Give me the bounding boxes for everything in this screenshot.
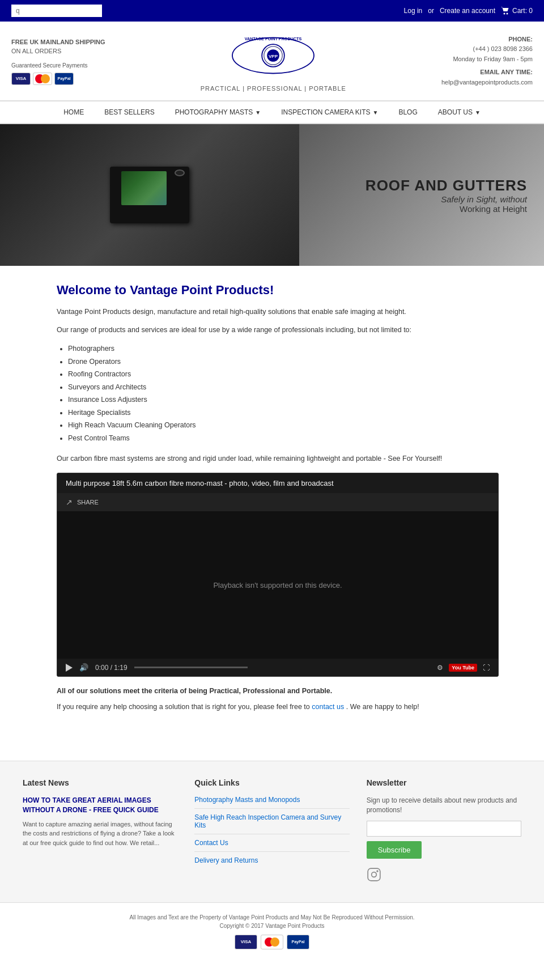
login-link[interactable]: Log in [404,7,423,15]
video-time: 0:00 / 1:19 [95,664,128,672]
footer-newsletter-section: Newsletter Sign up to receive details ab… [367,778,521,885]
list-item: High Reach Vacuum Cleaning Operators [68,419,499,432]
quick-link-delivery[interactable]: Delivery and Returns [194,856,349,869]
top-bar-right: Log in or Create an account Cart: 0 [404,7,533,15]
main-content: Welcome to Vantage Point Products! Vanta… [0,266,544,738]
subscribe-button[interactable]: Subscribe [367,841,422,859]
or-text: or [428,7,434,15]
visa-icon: VISA [11,73,31,85]
site-header: FREE UK MAINLAND SHIPPING ON ALL ORDERS … [0,22,544,101]
copyright-line1: All Images and Text are the Property of … [11,914,533,920]
create-account-link[interactable]: Create an account [440,7,495,15]
welcome-title: Welcome to Vantage Point Products! [57,283,499,298]
volume-icon[interactable]: 🔊 [79,663,88,672]
hero-camera-area [0,124,299,266]
video-controls-left: 🔊 0:00 / 1:19 [66,663,248,672]
phone-hours: Monday to Friday 9am - 5pm [441,54,533,65]
news-article-text: Want to capture amazing aerial images, w… [23,820,177,848]
hero-text: ROOF AND GUTTERS Safely in Sight, withou… [366,177,527,214]
site-logo: VPP VANTAGE POINT PRODUCTS [222,30,324,81]
video-title-bar: Multi purpose 18ft 5.6m carbon fibre mon… [57,473,498,493]
nav-inspection-camera-kits[interactable]: INSPECTION CAMERA KITS ▼ [271,101,388,123]
video-share-bar: ↗ SHARE [57,493,498,511]
guaranteed-payment-label: Guaranteed Secure Payments [11,61,105,69]
email-address: help@vantagepointproducts.com [441,78,533,88]
hero-subtitle2: Working at Height [366,204,527,214]
phone-label: PHONE: [508,36,533,43]
footer-mastercard-icon [261,935,283,949]
tagline: PRACTICAL | PROFESSIONAL | PORTABLE [105,85,441,92]
nav-home[interactable]: HOME [53,101,94,123]
copyright-line2: Copyright © 2017 Vantage Point Products [11,923,533,929]
svg-text:VPP: VPP [269,54,278,59]
search-input[interactable] [11,5,102,17]
footer-news-title: Latest News [23,778,177,787]
progress-bar[interactable] [134,667,248,668]
svg-point-10 [377,871,378,872]
video-playback-message: Playback isn't supported on this device. [213,581,342,589]
list-item: Insurance Loss Adjusters [68,393,499,406]
contact-text-after: . We are happy to help! [346,703,419,711]
nav-about-us[interactable]: ABOUT US ▼ [428,101,491,123]
share-label[interactable]: SHARE [77,499,99,506]
professionals-list: Photographers Drone Operators Roofing Co… [68,342,499,444]
footer-payment-icons: VISA PayPal [11,935,533,949]
play-button[interactable] [66,664,73,672]
video-main[interactable]: Playback isn't supported on this device. [57,511,498,659]
logo-area: VPP VANTAGE POINT PRODUCTS PRACTICAL | P… [105,30,441,92]
chevron-down-icon: ▼ [373,109,379,116]
quick-link-contact[interactable]: Contact Us [194,839,349,852]
carbon-text: Our carbon fibre mast systems are strong… [57,453,499,464]
share-icon: ↗ [66,498,73,507]
intro-paragraph-1: Vantage Point Products design, manufactu… [57,306,499,317]
mastercard-icon [33,73,52,85]
list-item: Surveyors and Architects [68,381,499,394]
list-item: Pest Control Teams [68,432,499,445]
footer-newsletter-title: Newsletter [367,778,521,787]
nav-best-sellers[interactable]: BEST SELLERS [94,101,165,123]
contact-us-link[interactable]: contact us [312,703,344,711]
search-form [11,5,102,17]
quick-link-inspection[interactable]: Safe High Reach Inspection Camera and Su… [194,813,349,834]
paypal-icon: PayPal [54,73,74,85]
svg-point-9 [371,872,376,877]
intro-paragraph-2: Our range of products and services are i… [57,324,499,336]
news-article-title[interactable]: HOW TO TAKE GREAT AERIAL IMAGES WITHOUT … [23,796,177,815]
nav-blog[interactable]: BLOG [388,101,427,123]
chevron-down-icon: ▼ [475,109,481,116]
hero-camera-screen [121,171,167,205]
shipping-line2: ON ALL ORDERS [11,48,61,54]
footer-news-section: Latest News HOW TO TAKE GREAT AERIAL IMA… [23,778,177,885]
settings-icon[interactable]: ⚙ [437,664,443,672]
shipping-line1: FREE UK MAINLAND SHIPPING [11,39,105,45]
header-left: FREE UK MAINLAND SHIPPING ON ALL ORDERS … [11,37,105,85]
hero-banner: ROOF AND GUTTERS Safely in Sight, withou… [0,124,544,266]
hero-subtitle: Safely in Sight, without [366,194,527,204]
youtube-badge: You Tube [449,664,477,672]
contact-text: If you require any help choosing a solut… [57,701,499,712]
list-item: Roofing Contractors [68,368,499,381]
fullscreen-icon[interactable]: ⛶ [483,664,490,672]
newsletter-text: Sign up to receive details about new pro… [367,796,521,815]
main-nav: HOME BEST SELLERS PHOTOGRAPHY MASTS ▼ IN… [0,101,544,124]
svg-point-0 [503,13,505,15]
footer-bottom: All Images and Text are the Property of … [0,902,544,961]
video-controls-right: ⚙ You Tube ⛶ [437,664,490,672]
hero-title: ROOF AND GUTTERS [366,177,527,194]
nav-photography-masts[interactable]: PHOTOGRAPHY MASTS ▼ [165,101,271,123]
contact-text-before: If you require any help choosing a solut… [57,703,310,711]
cart-button[interactable]: Cart: 0 [501,7,533,15]
email-label: EMAIL ANY TIME: [480,69,533,75]
footer-top: Latest News HOW TO TAKE GREAT AERIAL IMA… [0,761,544,902]
footer-paypal-icon: PayPal [287,935,309,949]
instagram-icon[interactable] [367,867,521,885]
svg-text:VANTAGE POINT PRODUCTS: VANTAGE POINT PRODUCTS [245,36,302,41]
svg-rect-8 [368,868,380,881]
criteria-text: All of our solutions meet the criteria o… [57,685,499,697]
quick-link-photography[interactable]: Photography Masts and Monopods [194,796,349,809]
footer-quicklinks-title: Quick Links [194,778,349,787]
newsletter-email-input[interactable] [367,821,521,837]
video-container: Multi purpose 18ft 5.6m carbon fibre mon… [57,473,499,677]
chevron-down-icon: ▼ [255,109,261,116]
payment-icons: VISA PayPal [11,73,105,85]
